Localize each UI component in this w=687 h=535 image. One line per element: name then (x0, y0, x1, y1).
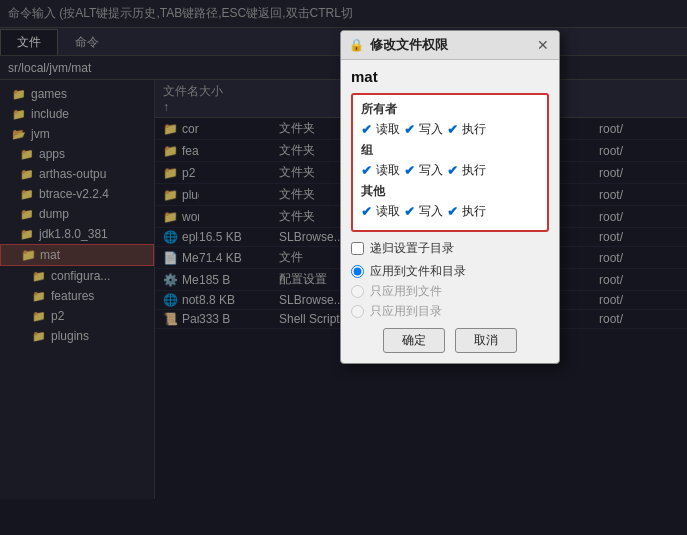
confirm-button[interactable]: 确定 (383, 328, 445, 353)
owner-perms-row: ✔ 读取 ✔ 写入 ✔ 执行 (361, 121, 539, 138)
other-read-label: 读取 (376, 203, 400, 220)
group-write-check: ✔ (404, 163, 415, 178)
radio-apply-all-label: 应用到文件和目录 (370, 263, 466, 280)
radio-apply-files-input[interactable] (351, 285, 364, 298)
owner-read-check: ✔ (361, 122, 372, 137)
other-exec-label: 执行 (462, 203, 486, 220)
file-manager: 命令输入 (按ALT键提示历史,TAB键路径,ESC键返回,双击CTRL切 文件… (0, 0, 687, 535)
dialog-title-icon: 🔒 (349, 38, 364, 52)
other-read-check: ✔ (361, 204, 372, 219)
owner-exec-label: 执行 (462, 121, 486, 138)
group-perms-row: ✔ 读取 ✔ 写入 ✔ 执行 (361, 162, 539, 179)
dialog-body: mat 所有者 ✔ 读取 ✔ 写入 ✔ 执行 组 ✔ 读取 ✔ (341, 60, 559, 363)
permissions-box: 所有者 ✔ 读取 ✔ 写入 ✔ 执行 组 ✔ 读取 ✔ 写入 ✔ 执行 (351, 93, 549, 232)
dialog-buttons: 确定 取消 (351, 328, 549, 353)
other-perms-row: ✔ 读取 ✔ 写入 ✔ 执行 (361, 203, 539, 220)
owner-exec-check: ✔ (447, 122, 458, 137)
group-exec-label: 执行 (462, 162, 486, 179)
other-write-check: ✔ (404, 204, 415, 219)
owner-write-check: ✔ (404, 122, 415, 137)
other-section-title: 其他 (361, 183, 539, 200)
cancel-button[interactable]: 取消 (455, 328, 517, 353)
radio-apply-dirs-input[interactable] (351, 305, 364, 318)
owner-section-title: 所有者 (361, 101, 539, 118)
radio-apply-all-input[interactable] (351, 265, 364, 278)
dialog-close-button[interactable]: ✕ (535, 37, 551, 53)
other-exec-check: ✔ (447, 204, 458, 219)
dialog-titlebar: 🔒 修改文件权限 ✕ (341, 31, 559, 60)
radio-apply-dirs-label: 只应用到目录 (370, 303, 442, 320)
permissions-dialog: 🔒 修改文件权限 ✕ mat 所有者 ✔ 读取 ✔ 写入 ✔ 执行 (340, 30, 560, 364)
group-read-check: ✔ (361, 163, 372, 178)
radio-apply-dirs: 只应用到目录 (351, 303, 549, 320)
radio-apply-all: 应用到文件和目录 (351, 263, 549, 280)
group-read-label: 读取 (376, 162, 400, 179)
recursive-option-row: 递归设置子目录 (351, 240, 549, 257)
recursive-checkbox[interactable] (351, 242, 364, 255)
recursive-label: 递归设置子目录 (370, 240, 454, 257)
group-write-label: 写入 (419, 162, 443, 179)
group-exec-check: ✔ (447, 163, 458, 178)
radio-apply-files: 只应用到文件 (351, 283, 549, 300)
group-section-title: 组 (361, 142, 539, 159)
other-write-label: 写入 (419, 203, 443, 220)
apply-options-group: 应用到文件和目录 只应用到文件 只应用到目录 (351, 263, 549, 320)
dialog-filename: mat (351, 68, 549, 85)
radio-apply-files-label: 只应用到文件 (370, 283, 442, 300)
owner-write-label: 写入 (419, 121, 443, 138)
owner-read-label: 读取 (376, 121, 400, 138)
dialog-title-text: 修改文件权限 (370, 36, 448, 54)
